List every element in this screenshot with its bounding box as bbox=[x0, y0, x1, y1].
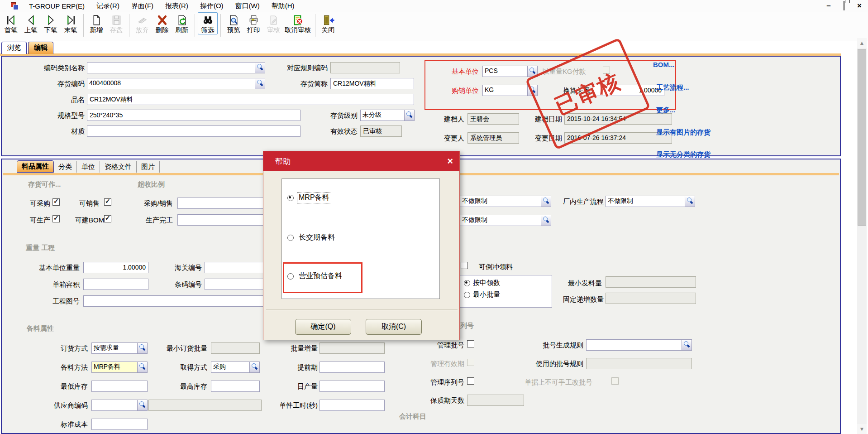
scroll-down-icon[interactable]: ▼ bbox=[857, 424, 867, 434]
close-button[interactable]: × bbox=[855, 1, 863, 10]
manage-batch-label: 管理批号 bbox=[428, 341, 464, 350]
lookup-icon[interactable] bbox=[137, 362, 147, 372]
lookup-icon[interactable] bbox=[137, 343, 147, 353]
section-over-ratio: 超收比例 bbox=[138, 180, 165, 189]
lookup-icon[interactable] bbox=[685, 196, 695, 207]
toolbar-button-label: 存盘 bbox=[110, 26, 123, 34]
box-volume-field[interactable] bbox=[83, 279, 148, 290]
refresh-button[interactable]: 刷新 bbox=[172, 12, 192, 34]
min-stock-field[interactable] bbox=[91, 381, 148, 392]
batch-rule-combo[interactable] bbox=[586, 339, 692, 351]
tab-unit[interactable]: 单位 bbox=[77, 161, 100, 173]
filter-button[interactable]: 筛选 bbox=[198, 12, 218, 34]
lookup-icon[interactable] bbox=[541, 215, 551, 226]
supplier-code-label: 供应商编码 bbox=[37, 401, 88, 410]
radio-min-batch[interactable]: 最小批量 bbox=[464, 290, 552, 299]
scroll-up-icon[interactable]: ▲ bbox=[857, 38, 867, 48]
menu-record[interactable]: 记录(R) bbox=[91, 0, 125, 12]
dialog-title-bar[interactable]: 帮助 × bbox=[263, 151, 459, 171]
delete-button[interactable]: 删除 bbox=[152, 12, 172, 34]
option-mrp[interactable]: MRP备料 bbox=[287, 193, 331, 203]
preview-button[interactable]: 预览 bbox=[224, 12, 243, 34]
tab-classification[interactable]: 分类 bbox=[54, 161, 77, 173]
lookup-icon[interactable] bbox=[682, 340, 692, 350]
producible-checkbox[interactable] bbox=[52, 215, 60, 222]
audit-icon bbox=[267, 14, 280, 26]
cancel-button[interactable]: 取消(C) bbox=[366, 319, 422, 335]
unit-hours-field[interactable] bbox=[320, 400, 385, 411]
order-mode-combo[interactable]: 按需求量 bbox=[91, 342, 148, 354]
lookup-icon[interactable] bbox=[249, 362, 259, 372]
spec-field[interactable]: 250*240*35 bbox=[87, 110, 300, 121]
tab-browse[interactable]: 浏览 bbox=[1, 42, 27, 54]
link-show-unclassified[interactable]: 显示无分类的存货 bbox=[656, 150, 711, 159]
backflush-checkbox[interactable] bbox=[461, 262, 468, 269]
material-field[interactable] bbox=[87, 125, 300, 137]
tab-item-attributes[interactable]: 料品属性 bbox=[17, 160, 54, 173]
menu-window[interactable]: 窗口(W) bbox=[229, 0, 266, 12]
menu-report[interactable]: 报表(R) bbox=[159, 0, 194, 12]
factory-flow-combo[interactable]: 不做限制 bbox=[606, 196, 695, 207]
link-more[interactable]: 更多... bbox=[656, 106, 676, 115]
manage-serial-checkbox[interactable] bbox=[467, 377, 474, 385]
base-weight-field[interactable]: 1.00000 bbox=[83, 262, 148, 273]
nav-first-button[interactable]: 首笔 bbox=[1, 12, 21, 34]
limit-combo-1[interactable]: 不做限制 bbox=[460, 196, 551, 207]
sellable-checkbox[interactable] bbox=[104, 198, 111, 206]
minimize-button[interactable]: – bbox=[825, 1, 833, 10]
toolbar-button-label: 首笔 bbox=[5, 26, 18, 34]
close-form-button[interactable]: 关闭 bbox=[318, 12, 338, 34]
toolbar-button-label: 关闭 bbox=[322, 26, 335, 34]
acquire-mode-combo[interactable]: 采购 bbox=[211, 362, 260, 373]
menu-interface[interactable]: 界面(F) bbox=[125, 0, 159, 12]
restore-button[interactable] bbox=[840, 1, 848, 10]
product-name-field[interactable]: CR12MOV精料 bbox=[87, 94, 414, 105]
scrollbar-thumb[interactable] bbox=[858, 49, 866, 226]
nav-last-button[interactable]: 末笔 bbox=[61, 12, 81, 34]
tab-edit[interactable]: 编辑 bbox=[28, 42, 53, 54]
lookup-icon[interactable] bbox=[137, 400, 147, 410]
restore-icon bbox=[844, 1, 844, 10]
manage-batch-checkbox[interactable] bbox=[467, 340, 474, 347]
cancel-audit-button[interactable]: 取消审核 bbox=[283, 12, 312, 34]
link-show-with-images[interactable]: 显示有图片的存货 bbox=[656, 128, 711, 137]
link-bom[interactable]: BOM... bbox=[653, 61, 675, 68]
toolbar-button-label: 上笔 bbox=[24, 26, 38, 34]
spec-label: 规格型号 bbox=[11, 111, 85, 120]
daily-output-field[interactable] bbox=[320, 381, 385, 392]
batch-increment-field bbox=[320, 342, 385, 354]
item-short-field[interactable]: CR12MOV精料 bbox=[330, 78, 414, 89]
dialog-close-icon[interactable]: × bbox=[447, 155, 453, 167]
supplier-code-combo[interactable] bbox=[91, 400, 148, 411]
lead-time-field[interactable] bbox=[320, 362, 385, 373]
item-code-combo[interactable]: 400400008 bbox=[87, 78, 265, 89]
menu-app-title[interactable]: T-GROUP ERP(E) bbox=[23, 1, 91, 11]
code-category-combo[interactable] bbox=[87, 62, 265, 73]
menu-help[interactable]: 帮助(H) bbox=[266, 0, 300, 12]
creator-label: 建档人 bbox=[435, 115, 464, 124]
option-long-lead[interactable]: 长交期备料 bbox=[287, 232, 336, 243]
grade-combo[interactable]: 未分级 bbox=[360, 110, 415, 121]
nav-next-button[interactable]: 下笔 bbox=[41, 12, 61, 34]
bomable-checkbox[interactable] bbox=[104, 215, 111, 222]
max-stock-field[interactable] bbox=[211, 381, 260, 392]
radio-by-request[interactable]: 按申领数 bbox=[464, 279, 552, 287]
limit-combo-2[interactable]: 不做限制 bbox=[460, 215, 551, 226]
print-button[interactable]: 打印 bbox=[243, 12, 263, 34]
nav-prev-button[interactable]: 上笔 bbox=[21, 12, 41, 34]
radio-icon bbox=[464, 292, 470, 298]
add-new-button[interactable]: 新增 bbox=[86, 12, 106, 34]
lookup-icon[interactable] bbox=[404, 110, 414, 121]
lookup-icon[interactable] bbox=[541, 196, 551, 207]
std-cost-field[interactable] bbox=[91, 419, 148, 430]
close-form-icon bbox=[322, 14, 334, 26]
tab-images[interactable]: 图片 bbox=[137, 161, 160, 173]
purchasable-checkbox[interactable] bbox=[52, 198, 60, 206]
link-process-flow[interactable]: 工艺流程... bbox=[656, 83, 689, 92]
tab-qualification-files[interactable]: 资格文件 bbox=[100, 161, 137, 173]
menu-operation[interactable]: 操作(O) bbox=[194, 0, 229, 12]
vertical-scrollbar: ▲ ▼ bbox=[857, 38, 867, 434]
ok-button[interactable]: 确定(Q) bbox=[295, 319, 351, 335]
base-unit-combo[interactable]: PCS bbox=[482, 66, 538, 77]
prep-method-combo[interactable]: MRP备料 bbox=[91, 362, 148, 373]
